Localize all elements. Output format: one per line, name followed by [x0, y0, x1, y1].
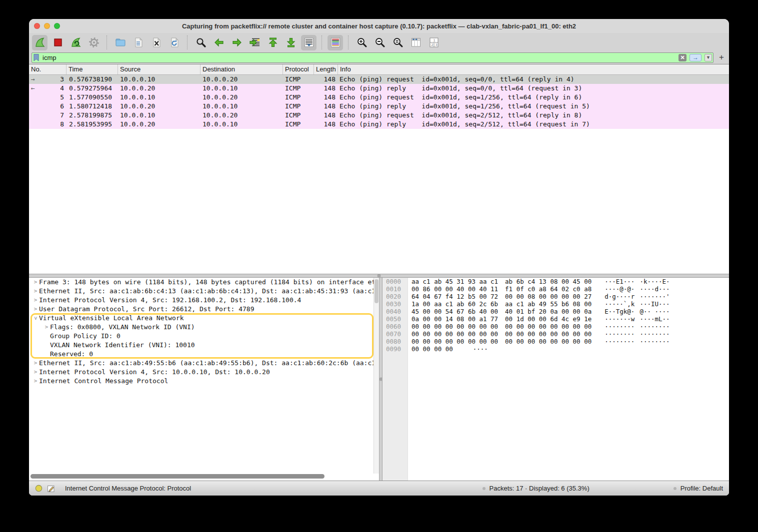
detail-text: Group Policy ID: 0 — [50, 332, 120, 341]
colorize-button[interactable] — [328, 35, 343, 50]
packet-row[interactable]: 51.57709055010.0.0.1010.0.0.20ICMP148Ech… — [29, 93, 729, 102]
packet-counts-text: Packets: 17 · Displayed: 6 (35.3%) — [490, 485, 590, 492]
hex-row[interactable]: 004045 00 00 54 67 6b 40 0040 01 bf 20 0… — [382, 308, 729, 315]
hex-row[interactable]: 006000 00 00 00 00 00 00 0000 00 00 00 0… — [382, 323, 729, 330]
reload-file-button[interactable] — [166, 35, 182, 50]
expander-icon[interactable]: > — [32, 305, 39, 314]
cell-no: 7 — [40, 111, 66, 120]
expander-icon[interactable]: > — [32, 377, 39, 386]
add-filter-button[interactable]: + — [717, 52, 726, 62]
expander-icon[interactable]: > — [31, 315, 40, 322]
detail-text: Flags: 0x0800, VXLAN Network ID (VNI) — [50, 323, 195, 332]
go-first-button[interactable] — [265, 35, 280, 50]
auto-scroll-button[interactable] — [301, 35, 316, 50]
clear-filter-button[interactable]: ✕ — [678, 54, 686, 61]
minimize-window-button[interactable] — [44, 23, 50, 29]
expander-spacer — [43, 341, 50, 350]
toolbar-separator — [348, 35, 349, 49]
expander-icon[interactable]: > — [32, 287, 39, 296]
detail-row[interactable]: >Internet Protocol Version 4, Src: 10.0.… — [29, 368, 379, 377]
packet-row[interactable]: ←40.57927596410.0.0.2010.0.0.10ICMP148Ec… — [29, 84, 729, 93]
filter-dropdown-button[interactable]: ▼ — [704, 54, 712, 61]
detail-row[interactable]: Reserved: 0 — [29, 350, 379, 359]
packet-row[interactable]: 82.58195399510.0.0.2010.0.0.10ICMP148Ech… — [29, 120, 729, 129]
bookmark-icon[interactable] — [33, 53, 40, 62]
details-vscroll-thumb[interactable] — [374, 279, 378, 303]
details-vertical-scrollbar[interactable] — [374, 278, 379, 474]
capture-options-button[interactable] — [86, 35, 102, 50]
restart-capture-button[interactable] — [68, 35, 84, 50]
cell-info: Echo (ping) request id=0x001d, seq=1/256… — [338, 93, 729, 102]
layout-button[interactable] — [426, 35, 442, 50]
detail-row[interactable]: >Flags: 0x0800, VXLAN Network ID (VNI) — [29, 323, 379, 332]
hex-row[interactable]: 0000aa c1 ab 45 31 93 aa c1ab 6b c4 13 0… — [382, 278, 729, 285]
detail-row[interactable]: VXLAN Network Identifier (VNI): 10010 — [29, 341, 379, 350]
cell-no: 5 — [40, 93, 66, 102]
cell-source: 10.0.0.10 — [118, 75, 200, 84]
details-horizontal-scrollbar[interactable] — [30, 474, 324, 479]
packet-row[interactable]: 72.57819987510.0.0.1010.0.0.20ICMP148Ech… — [29, 111, 729, 120]
cell-length: 148 — [314, 102, 338, 111]
zoom-out-button[interactable] — [372, 35, 388, 50]
cell-source: 10.0.0.10 — [118, 111, 200, 120]
go-forward-button[interactable] — [229, 35, 244, 50]
stop-capture-button[interactable] — [50, 35, 66, 50]
display-filter-input[interactable]: icmp ✕ → ▼ — [32, 52, 714, 63]
zoom-window-button[interactable] — [54, 23, 60, 29]
expander-icon[interactable]: > — [32, 368, 39, 377]
detail-row[interactable]: >Ethernet II, Src: aa:c1:ab:49:55:b6 (aa… — [29, 359, 379, 368]
expander-icon[interactable]: > — [43, 323, 50, 332]
hex-row[interactable]: 00301a 00 aa c1 ab 60 2c 6baa c1 ab 49 5… — [382, 300, 729, 308]
detail-row[interactable]: >Internet Protocol Version 4, Src: 192.1… — [29, 296, 379, 305]
expander-icon[interactable]: > — [32, 359, 39, 368]
close-file-button[interactable] — [148, 35, 164, 50]
column-header-info[interactable]: Info — [338, 64, 729, 74]
filter-text[interactable]: icmp — [42, 54, 676, 61]
detail-row[interactable]: >Ethernet II, Src: aa:c1:ab:6b:c4:13 (aa… — [29, 287, 379, 296]
hex-row[interactable]: 007000 00 00 00 00 00 00 0000 00 00 00 0… — [382, 330, 729, 338]
detail-row[interactable]: >Internet Control Message Protocol — [29, 377, 379, 386]
packet-row[interactable]: 61.58071241810.0.0.2010.0.0.10ICMP148Ech… — [29, 102, 729, 111]
go-back-button[interactable] — [211, 35, 226, 50]
find-packet-button[interactable] — [193, 35, 208, 50]
start-capture-button[interactable] — [32, 35, 48, 50]
go-last-button[interactable] — [283, 35, 298, 50]
column-header-protocol[interactable]: Protocol — [282, 64, 314, 74]
detail-row[interactable]: Group Policy ID: 0 — [29, 332, 379, 341]
zoom-in-button[interactable] — [354, 35, 370, 50]
detail-row[interactable]: >User Datagram Protocol, Src Port: 26612… — [29, 305, 379, 314]
column-header-time[interactable]: Time — [66, 64, 118, 74]
go-to-packet-button[interactable] — [247, 35, 262, 50]
column-header-length[interactable]: Length — [314, 64, 338, 74]
column-header-no[interactable]: No. — [29, 64, 66, 74]
column-header-destination[interactable]: Destination — [200, 64, 282, 74]
hex-row[interactable]: 001000 86 00 00 40 00 40 11f1 0f c0 a8 6… — [382, 285, 729, 293]
horizontal-pane-splitter[interactable] — [29, 274, 729, 278]
profile-status[interactable]: Profile: Default — [674, 485, 723, 492]
hex-row[interactable]: 008000 00 00 00 00 00 00 0000 00 00 00 0… — [382, 338, 729, 345]
titlebar[interactable]: Capturing from packetflix:// remote clus… — [29, 19, 729, 33]
save-file-button[interactable] — [130, 35, 146, 50]
hex-row[interactable]: 009000 00 00 00···· — [382, 345, 729, 353]
resize-columns-icon — [410, 36, 422, 48]
hex-row[interactable]: 002064 04 67 f4 12 b5 00 7200 00 08 00 0… — [382, 293, 729, 300]
toolbar-separator — [322, 35, 322, 49]
vertical-pane-splitter[interactable] — [379, 278, 382, 481]
open-file-button[interactable] — [112, 35, 128, 50]
hex-a2: ·······' — [640, 293, 670, 300]
hex-a1: d·g····r — [604, 293, 634, 300]
detail-row[interactable]: >Frame 3: 148 bytes on wire (1184 bits),… — [29, 278, 379, 287]
detail-row[interactable]: >Virtual eXtensible Local Area Network — [29, 314, 379, 323]
expander-icon[interactable]: > — [32, 296, 39, 305]
expander-icon[interactable]: > — [32, 278, 39, 287]
apply-filter-button[interactable]: → — [690, 54, 702, 61]
packet-row[interactable]: →30.57673819010.0.0.1010.0.0.20ICMP148Ec… — [29, 75, 729, 84]
expert-info-icon[interactable] — [35, 485, 42, 492]
resize-columns-button[interactable] — [408, 35, 424, 50]
column-header-source[interactable]: Source — [118, 64, 200, 74]
capture-comment-icon[interactable] — [47, 485, 55, 493]
toolbar-separator — [187, 35, 188, 49]
zoom-original-button[interactable] — [390, 35, 406, 50]
close-window-button[interactable] — [34, 23, 40, 29]
hex-row[interactable]: 00500a 00 00 14 08 00 a1 7700 1d 00 00 6… — [382, 315, 729, 323]
